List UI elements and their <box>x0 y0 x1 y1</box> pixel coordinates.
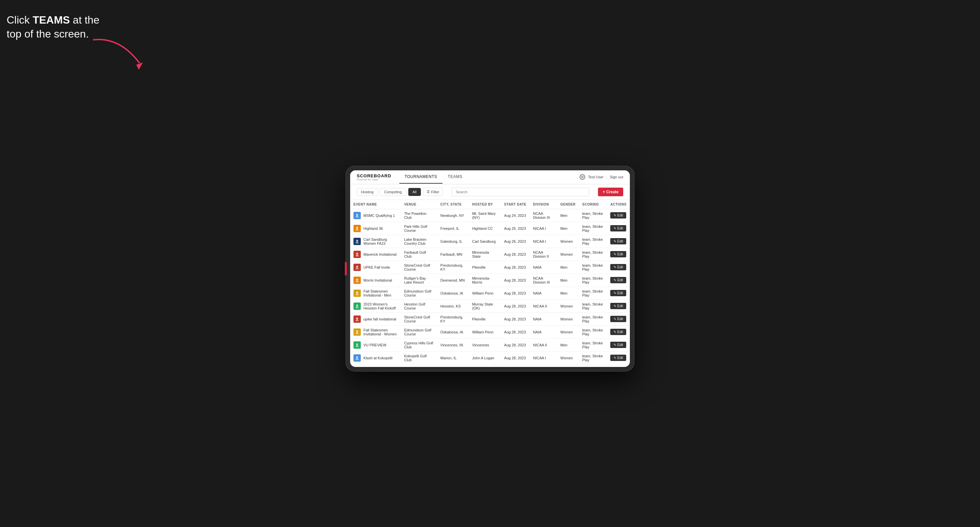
cell-division: NAIA <box>530 261 557 274</box>
event-icon <box>353 290 361 297</box>
cell-hosted-by: Murray State (OK) <box>469 300 501 313</box>
cell-venue: Edmundson Golf Course <box>401 287 437 300</box>
svg-marker-0 <box>136 62 143 70</box>
event-name-text: VU PREVIEW <box>363 343 387 347</box>
cell-division: NICAA II <box>530 338 557 351</box>
cell-division: NAIA <box>530 313 557 325</box>
cell-actions: ✎ Edit <box>607 248 630 261</box>
col-gender: GENDER <box>557 200 579 209</box>
cell-hosted-by: William Penn <box>469 325 501 338</box>
table-row: Fall Statesmen Invitational - Women Edmu… <box>350 325 630 338</box>
tablet-screen: SCOREBOARD Powered by clippit TOURNAMENT… <box>350 170 630 367</box>
cell-division: NICAA II <box>530 300 557 313</box>
cell-division: NCAA Division II <box>530 248 557 261</box>
col-actions: ACTIONS <box>607 200 630 209</box>
nav-signout[interactable]: Sign out <box>610 175 623 179</box>
nav-teams[interactable]: TEAMS <box>442 170 468 184</box>
tab-competing[interactable]: Competing <box>380 188 406 196</box>
col-hosted-by: HOSTED BY <box>469 200 501 209</box>
event-icon <box>353 276 361 284</box>
cell-scoring: team, Stroke Play <box>579 338 607 351</box>
cell-scoring: team, Stroke Play <box>579 313 607 325</box>
cell-venue: Lake Bracken Country Club <box>401 235 437 248</box>
cell-city-state: Oskaloosa, IA <box>437 325 469 338</box>
edit-button[interactable]: ✎ Edit <box>610 264 626 270</box>
cell-venue: Faribault Golf Club <box>401 248 437 261</box>
edit-button[interactable]: ✎ Edit <box>610 277 626 283</box>
table-header-row: EVENT NAME VENUE CITY, STATE HOSTED BY S… <box>350 200 630 209</box>
table-row: UPKE Fall Invite StoneCrest Golf Course … <box>350 261 630 274</box>
cell-start-date: Aug 24, 2023 <box>501 209 530 222</box>
search-input[interactable] <box>452 187 589 196</box>
nav-user: Test User <box>588 175 603 179</box>
cell-venue: Kokopelli Golf Club <box>401 351 437 364</box>
svg-point-9 <box>356 305 358 306</box>
cell-hosted-by: Mt. Saint Mary (NY) <box>469 209 501 222</box>
cell-venue: The Powelton Club <box>401 209 437 222</box>
event-icon <box>353 354 361 362</box>
edit-button[interactable]: ✎ Edit <box>610 329 626 335</box>
cell-hosted-by: Minnesota-Morris <box>469 274 501 287</box>
cell-start-date: Aug 28, 2023 <box>501 261 530 274</box>
table-row: VU PREVIEW Cypress Hills Golf Club Vince… <box>350 338 630 351</box>
filter-label: Filter <box>431 190 439 194</box>
cell-hosted-by: Highland CC <box>469 222 501 235</box>
cell-city-state: Oskaloosa, IA <box>437 287 469 300</box>
svg-point-13 <box>356 356 358 358</box>
cell-start-date: Aug 28, 2023 <box>501 325 530 338</box>
table-row: Klash at Kokopelli Kokopelli Golf Club M… <box>350 351 630 364</box>
nav-bar: SCOREBOARD Powered by clippit TOURNAMENT… <box>350 170 630 184</box>
cell-city-state: Faribault, MN <box>437 248 469 261</box>
svg-point-5 <box>356 253 358 255</box>
cell-actions: ✎ Edit <box>607 287 630 300</box>
cell-gender: Men <box>557 287 579 300</box>
cell-gender: Men <box>557 338 579 351</box>
table-row: Carl Sandburg Women FA23 Lake Bracken Co… <box>350 235 630 248</box>
cell-actions: ✎ Edit <box>607 261 630 274</box>
filter-button[interactable]: ☰ Filter <box>423 187 443 196</box>
cell-event-name: Highland 36 <box>350 222 401 235</box>
col-division: DIVISION <box>530 200 557 209</box>
side-tab <box>345 262 347 275</box>
edit-button[interactable]: ✎ Edit <box>610 238 626 244</box>
cell-actions: ✎ Edit <box>607 274 630 287</box>
edit-button[interactable]: ✎ Edit <box>610 212 626 219</box>
svg-point-10 <box>356 317 358 319</box>
edit-button[interactable]: ✎ Edit <box>610 316 626 322</box>
event-name-text: MSMC Qualifying 1 <box>363 214 395 217</box>
edit-button[interactable]: ✎ Edit <box>610 355 626 361</box>
event-icon <box>353 225 361 232</box>
cell-start-date: Aug 28, 2023 <box>501 338 530 351</box>
edit-button[interactable]: ✎ Edit <box>610 303 626 309</box>
edit-button[interactable]: ✎ Edit <box>610 225 626 232</box>
cell-actions: ✎ Edit <box>607 338 630 351</box>
svg-point-6 <box>356 266 358 268</box>
edit-button[interactable]: ✎ Edit <box>610 290 626 296</box>
edit-button[interactable]: ✎ Edit <box>610 251 626 257</box>
cell-scoring: team, Stroke Play <box>579 351 607 364</box>
event-name-text: UPKE Fall Invite <box>363 265 390 269</box>
event-name-text: Fall Statesmen Invitational - Men <box>363 289 397 297</box>
toolbar: Hosting Competing All ☰ Filter + Create <box>350 184 630 200</box>
create-button[interactable]: + Create <box>598 187 623 196</box>
cell-start-date: Aug 28, 2023 <box>501 248 530 261</box>
cell-division: NCAA Division III <box>530 274 557 287</box>
cell-venue: StoneCrest Golf Course <box>401 261 437 274</box>
cell-actions: ✎ Edit <box>607 235 630 248</box>
event-icon <box>353 264 361 271</box>
event-name-text: upike fall invitational <box>363 317 396 321</box>
cell-hosted-by: Pikeville <box>469 261 501 274</box>
logo-text: SCOREBOARD <box>357 173 391 178</box>
cell-scoring: team, Stroke Play <box>579 209 607 222</box>
logo-area: SCOREBOARD Powered by clippit <box>357 173 391 181</box>
cell-start-date: Aug 25, 2023 <box>501 222 530 235</box>
gear-icon[interactable] <box>579 174 585 180</box>
tab-hosting[interactable]: Hosting <box>357 188 378 196</box>
nav-tournaments[interactable]: TOURNAMENTS <box>399 170 442 184</box>
tournaments-table: EVENT NAME VENUE CITY, STATE HOSTED BY S… <box>350 200 630 365</box>
cell-hosted-by: Vincennes <box>469 338 501 351</box>
col-scoring: SCORING <box>579 200 607 209</box>
edit-button[interactable]: ✎ Edit <box>610 342 626 348</box>
tab-all[interactable]: All <box>408 188 421 196</box>
cell-actions: ✎ Edit <box>607 300 630 313</box>
